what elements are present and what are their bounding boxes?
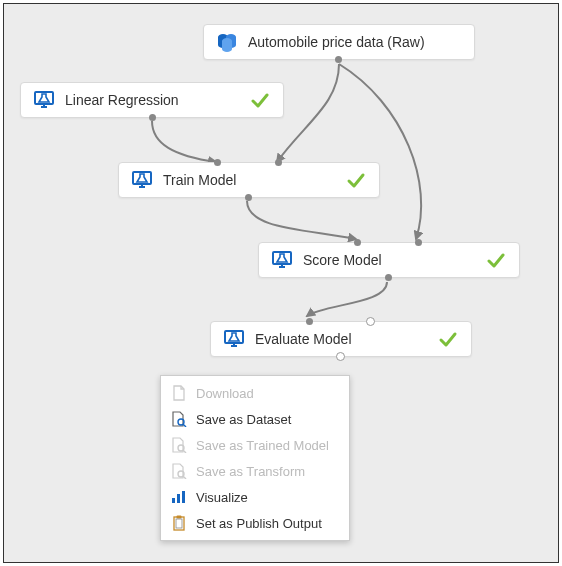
experiment-icon	[131, 169, 153, 191]
node-evaluate-label: Evaluate Model	[255, 331, 352, 347]
check-icon	[437, 328, 459, 350]
menu-set-as-publish-output[interactable]: Set as Publish Output	[161, 510, 349, 536]
check-icon	[485, 249, 507, 271]
svg-line-24	[183, 450, 186, 453]
barchart-icon	[171, 489, 187, 505]
input-port[interactable]	[354, 239, 361, 246]
menu-save-transform-label: Save as Transform	[196, 464, 305, 479]
menu-save-dataset-label: Save as Dataset	[196, 412, 291, 427]
svg-rect-14	[141, 184, 143, 187]
menu-visualize[interactable]: Visualize	[161, 484, 349, 510]
node-linear-regression[interactable]: Linear Regression	[20, 82, 284, 118]
node-linreg-label: Linear Regression	[65, 92, 179, 108]
node-dataset-label: Automobile price data (Raw)	[248, 34, 425, 50]
input-port-open[interactable]	[366, 317, 375, 326]
node-train-label: Train Model	[163, 172, 236, 188]
menu-download: Download	[161, 380, 349, 406]
clipboard-icon	[171, 515, 187, 531]
node-dataset[interactable]: Automobile price data (Raw)	[203, 24, 475, 60]
document-search-icon	[171, 411, 187, 427]
svg-rect-27	[172, 498, 175, 503]
svg-rect-28	[177, 494, 180, 503]
experiment-icon	[271, 249, 293, 271]
menu-save-as-transform: Save as Transform	[161, 458, 349, 484]
output-port[interactable]	[245, 194, 252, 201]
svg-line-26	[183, 476, 186, 479]
menu-save-trained-model-label: Save as Trained Model	[196, 438, 329, 453]
svg-rect-29	[182, 491, 185, 503]
output-port-open[interactable]	[336, 352, 345, 361]
node-train-model[interactable]: Train Model	[118, 162, 380, 198]
menu-download-label: Download	[196, 386, 254, 401]
experiment-icon	[33, 89, 55, 111]
check-icon	[345, 169, 367, 191]
node-score-label: Score Model	[303, 252, 382, 268]
svg-rect-31	[177, 516, 182, 519]
svg-rect-32	[176, 519, 182, 528]
input-port[interactable]	[306, 318, 313, 325]
input-port[interactable]	[214, 159, 221, 166]
output-port[interactable]	[149, 114, 156, 121]
svg-line-22	[183, 424, 186, 427]
svg-rect-20	[233, 343, 235, 346]
document-search-icon	[171, 437, 187, 453]
context-menu: Download Save as Dataset Save as Trained…	[160, 375, 350, 541]
menu-visualize-label: Visualize	[196, 490, 248, 505]
dataset-icon	[216, 31, 238, 53]
output-port[interactable]	[385, 274, 392, 281]
svg-rect-11	[43, 104, 45, 107]
input-port[interactable]	[275, 159, 282, 166]
node-score-model[interactable]: Score Model	[258, 242, 520, 278]
svg-point-8	[222, 46, 232, 52]
check-icon	[249, 89, 271, 111]
input-port[interactable]	[415, 239, 422, 246]
menu-save-as-trained-model: Save as Trained Model	[161, 432, 349, 458]
document-search-icon	[171, 463, 187, 479]
node-evaluate-model[interactable]: Evaluate Model	[210, 321, 472, 357]
document-icon	[171, 385, 187, 401]
experiment-icon	[223, 328, 245, 350]
canvas[interactable]: Automobile price data (Raw) Linear Regre…	[3, 3, 559, 563]
menu-save-as-dataset[interactable]: Save as Dataset	[161, 406, 349, 432]
menu-publish-output-label: Set as Publish Output	[196, 516, 322, 531]
output-port[interactable]	[335, 56, 342, 63]
svg-rect-17	[281, 264, 283, 267]
